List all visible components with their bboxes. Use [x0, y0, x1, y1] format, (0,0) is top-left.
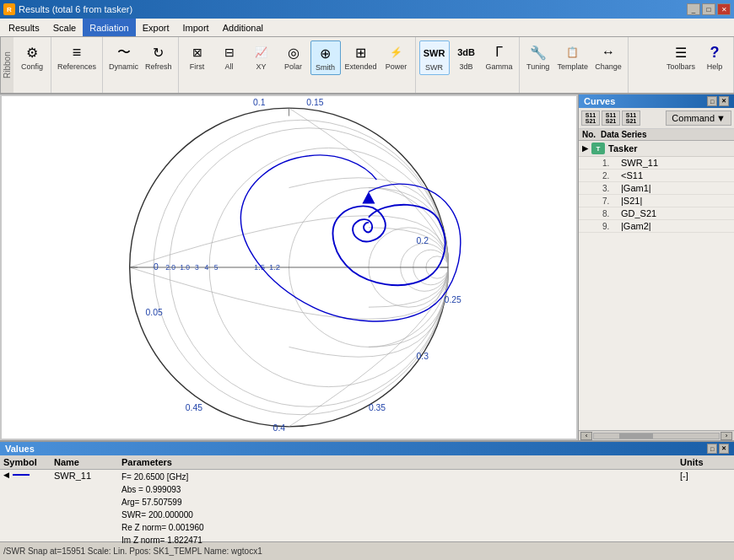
values-header-controls[interactable]: □ ✕	[707, 444, 729, 454]
values-close-button[interactable]: ✕	[719, 444, 729, 454]
menu-radiation[interactable]: Radiation	[83, 19, 135, 36]
curve-name-gam2: |Gam2|	[621, 221, 731, 231]
curves-horizontal-scrollbar[interactable]: ‹ ›	[579, 430, 734, 440]
curve-no-1: 1.	[602, 159, 621, 168]
scroll-left-button[interactable]: ‹	[580, 432, 592, 440]
swr-button[interactable]: SWR SWR	[419, 40, 450, 75]
col-no-header: No.	[582, 130, 601, 139]
scroll-right-button[interactable]: ›	[721, 432, 732, 440]
change-label: Change	[595, 63, 622, 72]
polar-button[interactable]: ◎ Polar	[278, 40, 309, 73]
curve-row-swr11[interactable]: 1. SWR_11	[579, 157, 734, 170]
extended-button[interactable]: ⊞ Extended	[343, 40, 380, 73]
dynamic-button[interactable]: 〜 Dynamic	[106, 40, 141, 73]
smith-label: Smith	[316, 64, 335, 73]
config-button[interactable]: ⚙ Config	[17, 40, 47, 73]
horizontal-scroll-thumb[interactable]	[619, 433, 653, 439]
param-re-z: Re Z norm= 0.001960	[121, 521, 680, 534]
chart-area[interactable]: 0.1 0.15 0.2 0.25 0.3 0.35 0.4 0.45 0.05…	[2, 96, 576, 439]
template-label: Template	[558, 63, 589, 72]
maximize-button[interactable]: □	[702, 3, 715, 15]
curve-row-gam1[interactable]: 3. |Gam1|	[579, 182, 734, 195]
tasker-group-label: Tasker	[608, 143, 638, 153]
curve-row-s21[interactable]: 7. |S21|	[579, 195, 734, 207]
curves-s11s21b-icon[interactable]: S11S21	[602, 110, 620, 126]
command-dropdown-icon: ▼	[716, 113, 726, 123]
svg-text:1.2: 1.2	[269, 262, 280, 272]
3db-button[interactable]: 3dB 3dB	[451, 40, 482, 73]
close-button[interactable]: ✕	[717, 3, 731, 15]
tuning-button[interactable]: 🔧 Tuning	[523, 40, 553, 73]
gamma-icon: Γ	[489, 42, 510, 62]
xy-label: XY	[256, 63, 267, 72]
minimize-button[interactable]: _	[687, 3, 700, 15]
smith-chart-svg: 0.1 0.15 0.2 0.25 0.3 0.35 0.4 0.45 0.05…	[2, 96, 576, 439]
svg-text:0.3: 0.3	[417, 352, 429, 361]
curves-panel-header: Curves □ ✕	[579, 94, 734, 108]
curves-s11s21-icon[interactable]: S11S21	[581, 110, 600, 126]
col-name-header: Name	[54, 457, 121, 467]
svg-text:0.25: 0.25	[445, 295, 461, 304]
values-header: Values □ ✕	[0, 442, 734, 455]
value-units: [-]	[680, 471, 731, 481]
menu-results[interactable]: Results	[2, 19, 46, 36]
power-icon: ⚡	[386, 42, 407, 62]
curve-no-3: 3.	[602, 184, 621, 193]
menu-import[interactable]: Import	[176, 19, 216, 36]
power-button[interactable]: ⚡ Power	[381, 40, 412, 73]
title-bar-left: R Results (total 6 from tasker)	[3, 3, 132, 15]
xy-button[interactable]: 📈 XY	[246, 40, 277, 73]
first-button[interactable]: ⊠ First	[182, 40, 213, 73]
curves-column-header: No. Data Series	[579, 129, 734, 141]
col-units-header: Units	[680, 457, 731, 467]
first-icon: ⊠	[187, 42, 208, 62]
curve-row-gam2[interactable]: 9. |Gam2|	[579, 220, 734, 233]
expand-icon: ▶	[582, 144, 588, 153]
curves-close-button[interactable]: ✕	[719, 96, 729, 106]
ribbon-label: Ribbon	[0, 37, 13, 93]
svg-text:4: 4	[204, 263, 208, 272]
smith-button[interactable]: ⊕ Smith	[310, 40, 341, 75]
title-bar-controls[interactable]: _ □ ✕	[687, 3, 731, 15]
all-button[interactable]: ⊟ All	[214, 40, 245, 73]
app-icon: R	[3, 3, 15, 15]
svg-text:0: 0	[154, 262, 159, 272]
horizontal-scroll-track[interactable]	[593, 433, 720, 439]
template-button[interactable]: 📋 Template	[555, 40, 591, 73]
curve-row-gds21[interactable]: 8. GD_S21	[579, 207, 734, 220]
curves-restore-button[interactable]: □	[707, 96, 717, 106]
change-icon: ↔	[598, 42, 618, 62]
svg-text:0.15: 0.15	[306, 98, 323, 107]
curves-s11s21c-icon[interactable]: S11S21	[622, 110, 640, 126]
curves-header-controls[interactable]: □ ✕	[707, 96, 729, 106]
menu-export[interactable]: Export	[136, 19, 176, 36]
help-icon: ?	[704, 42, 725, 62]
change-button[interactable]: ↔ Change	[592, 40, 624, 73]
svg-text:0.1: 0.1	[253, 98, 266, 107]
all-icon: ⊟	[219, 42, 240, 62]
curves-group-tasker[interactable]: ▶ T Tasker	[579, 141, 734, 157]
menu-scale[interactable]: Scale	[46, 19, 84, 36]
menu-additional[interactable]: Additional	[216, 19, 270, 36]
tuning-icon: 🔧	[528, 42, 548, 62]
swr-label: SWR	[425, 64, 443, 73]
ribbon: Ribbon ⚙ Config ≡ References 〜 Dynamic ↻…	[0, 37, 734, 94]
curve-row-s11[interactable]: 2. <S11	[579, 170, 734, 182]
gamma-button[interactable]: Γ Gamma	[483, 40, 515, 73]
references-button[interactable]: ≡ References	[55, 40, 99, 73]
curve-no-9: 9.	[602, 222, 621, 231]
svg-text:5: 5	[214, 263, 219, 272]
sym-line	[13, 474, 30, 476]
main-area: 0.1 0.15 0.2 0.25 0.3 0.35 0.4 0.45 0.05…	[0, 94, 734, 440]
refresh-button[interactable]: ↻ Refresh	[143, 40, 175, 73]
help-button[interactable]: ? Help	[699, 40, 730, 73]
gamma-label: Gamma	[486, 63, 513, 72]
values-restore-button[interactable]: □	[707, 444, 717, 454]
smith-icon: ⊕	[316, 43, 336, 63]
curves-panel: Curves □ ✕ S11S21 S11S21 S11S21 Command …	[578, 94, 734, 440]
toolbars-button[interactable]: ☰ Toolbars	[664, 40, 698, 73]
references-icon: ≡	[67, 42, 87, 62]
extended-label: Extended	[345, 63, 377, 72]
swr-icon: SWR	[424, 43, 445, 63]
command-dropdown-button[interactable]: Command ▼	[666, 110, 731, 126]
